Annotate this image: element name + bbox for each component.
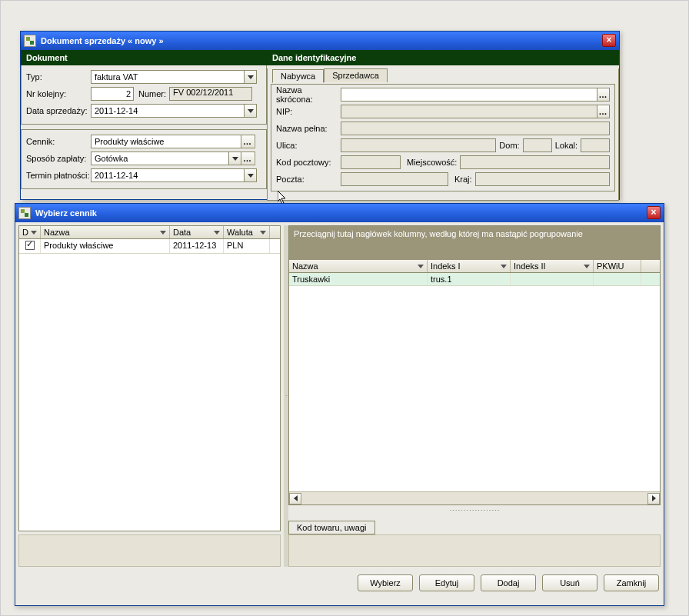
cell-nazwa: Produkty właściwe	[41, 239, 170, 253]
ident-panel: Nazwa skrócona: … NIP: …	[271, 84, 615, 191]
sort-icon	[501, 265, 507, 268]
sposob-zaplaty-combo[interactable]: Gotówka	[91, 152, 241, 165]
table-row[interactable]: Produkty właściwe 2011-12-13 PLN	[19, 239, 280, 254]
col-nazwa[interactable]: Nazwa	[289, 260, 428, 272]
zamknij-button[interactable]: Zamknij	[604, 574, 659, 591]
label-poczta: Poczta:	[276, 175, 341, 184]
dropdown-icon[interactable]	[244, 105, 256, 117]
dokument-sprzedazy-window: Dokument sprzedaży « nowy » × Dokument T…	[20, 31, 620, 200]
table-row[interactable]: Truskawki trus.1	[289, 273, 660, 286]
sposob-zaplaty-value: Gotówka	[92, 154, 228, 163]
label-typ: Typ:	[26, 72, 91, 82]
ulica-field[interactable]	[341, 138, 496, 152]
col-waluta[interactable]: Waluta	[224, 226, 270, 238]
sort-icon	[214, 231, 220, 235]
sort-icon	[584, 265, 590, 268]
label-ulica: Ulica:	[276, 141, 341, 150]
scroll-left-icon[interactable]	[289, 493, 301, 504]
window-title: Dokument sprzedaży « nowy »	[41, 36, 164, 45]
nazwa-pelna-field[interactable]	[341, 122, 610, 135]
tab-sprzedawca[interactable]: Sprzedawca	[324, 68, 388, 82]
col-indeks1[interactable]: Indeks I	[428, 260, 511, 272]
lookup-icon[interactable]: …	[597, 105, 609, 118]
label-nazwa-pelna: Nazwa pełna:	[276, 124, 341, 133]
dropdown-icon[interactable]	[244, 71, 256, 83]
col-pkwiu[interactable]: PKWiU	[594, 260, 641, 272]
window-title: Wybierz cennik	[35, 208, 97, 218]
miejscowosc-field[interactable]	[460, 155, 610, 169]
cell-idx2	[511, 273, 594, 285]
usun-button[interactable]: Usuń	[542, 574, 597, 591]
tab-nabywca[interactable]: Nabywca	[272, 69, 324, 83]
label-nip: NIP:	[276, 107, 341, 116]
right-footer-panel	[288, 534, 661, 567]
dom-field[interactable]	[523, 138, 552, 152]
title-bar[interactable]: Wybierz cennik ×	[15, 204, 664, 222]
nip-input[interactable]: …	[341, 105, 610, 118]
wybierz-cennik-window: Wybierz cennik × D Nazwa Data Waluta Pro…	[15, 203, 664, 606]
dialog-button-bar: Wybierz Edytuj Dodaj Usuń Zamknij	[15, 570, 664, 596]
col-indeks2[interactable]: Indeks II	[511, 260, 594, 272]
label-lokal: Lokal:	[555, 141, 577, 150]
checkbox-icon[interactable]	[25, 241, 35, 250]
section-header-dane-id: Dane identyfikacyjne	[267, 50, 619, 65]
numer-field: FV 002/12/2011	[169, 87, 252, 101]
ellipsis-icon: …	[243, 138, 252, 145]
ellipsis-icon: …	[243, 155, 252, 162]
close-icon[interactable]: ×	[647, 206, 661, 219]
sort-icon	[260, 231, 266, 235]
ident-tabs: Nabywca Sprzedawca	[272, 68, 618, 82]
dodaj-button[interactable]: Dodaj	[481, 574, 536, 591]
nr-kolejny-input[interactable]	[91, 87, 134, 101]
horizontal-splitter[interactable]: ⋯⋯⋯⋯⋯⋯	[288, 505, 661, 516]
produkty-grid[interactable]: Przeciągnij tutaj nagłówek kolumny, wedł…	[288, 225, 661, 505]
wybierz-button[interactable]: Wybierz	[358, 574, 413, 591]
label-cennik: Cennik:	[26, 137, 91, 146]
label-termin: Termin płatności:	[26, 171, 91, 180]
data-sprzedazy-combo[interactable]: 2011-12-14	[91, 104, 257, 118]
sort-icon	[31, 231, 37, 235]
sort-icon	[160, 231, 166, 235]
label-kod: Kod pocztowy:	[276, 158, 341, 167]
cennik-grid[interactable]: D Nazwa Data Waluta Produkty właściwe 20…	[18, 225, 281, 531]
kod-field[interactable]	[341, 155, 401, 169]
grid-header: Nazwa Indeks I Indeks II PKWiU	[289, 260, 660, 273]
label-dom: Dom:	[499, 141, 519, 150]
poczta-field[interactable]	[341, 172, 448, 186]
label-numer: Numer:	[138, 89, 166, 98]
left-footer-panel	[18, 534, 281, 567]
cell-waluta: PLN	[224, 239, 270, 253]
dropdown-icon[interactable]	[244, 169, 256, 181]
sposob-lookup-button[interactable]: …	[241, 152, 255, 165]
typ-value: faktura VAT	[92, 72, 244, 82]
lokal-field[interactable]	[581, 138, 610, 152]
group-by-header[interactable]: Przeciągnij tutaj nagłówek kolumny, wedł…	[289, 226, 660, 241]
nazwa-skrocona-input[interactable]: …	[341, 88, 610, 102]
edytuj-button[interactable]: Edytuj	[419, 574, 474, 591]
data-sprzedazy-value: 2011-12-14	[92, 106, 244, 115]
label-sposob-zaplaty: Sposób zapłaty:	[26, 154, 91, 163]
tab-kod-towaru[interactable]: Kod towaru, uwagi	[288, 521, 375, 534]
cennik-value: Produkty właściwe	[92, 137, 241, 146]
typ-combo[interactable]: faktura VAT	[91, 70, 257, 84]
label-nrkolejny: Nr kolejny:	[26, 89, 91, 98]
lookup-icon[interactable]: …	[597, 88, 609, 101]
grid-header: D Nazwa Data Waluta	[19, 226, 280, 239]
col-d[interactable]: D	[19, 226, 41, 238]
title-bar[interactable]: Dokument sprzedaży « nowy » ×	[21, 32, 619, 50]
dropdown-icon[interactable]	[228, 152, 241, 165]
cell-pkwiu	[594, 273, 641, 285]
label-kraj: Kraj:	[454, 175, 472, 184]
col-nazwa[interactable]: Nazwa	[41, 226, 170, 238]
horizontal-scrollbar[interactable]	[289, 491, 660, 504]
label-data-sprzedazy: Data sprzedaży:	[26, 106, 91, 115]
scroll-right-icon[interactable]	[647, 493, 660, 504]
kraj-field[interactable]	[475, 172, 610, 186]
cell-idx1: trus.1	[428, 273, 511, 285]
cennik-lookup-button[interactable]: …	[241, 135, 255, 148]
col-data[interactable]: Data	[170, 226, 224, 238]
termin-combo[interactable]: 2011-12-14	[91, 168, 257, 182]
close-icon[interactable]: ×	[602, 34, 616, 47]
cennik-combo[interactable]: Produkty właściwe	[91, 135, 241, 148]
cell-data: 2011-12-13	[170, 239, 224, 253]
